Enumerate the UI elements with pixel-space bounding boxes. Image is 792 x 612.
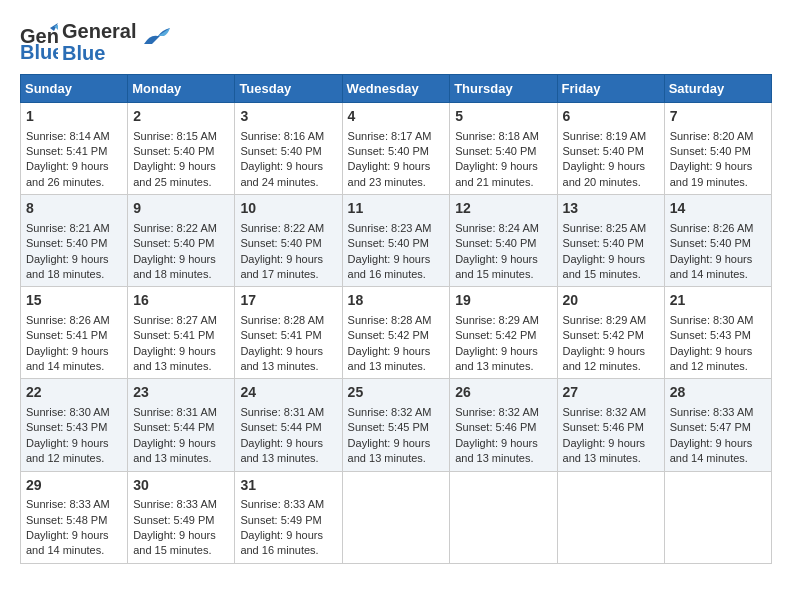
calendar-cell (557, 471, 664, 563)
sunrise-label: Sunrise: 8:22 AM (133, 222, 217, 234)
sunset-label: Sunset: 5:40 PM (563, 145, 644, 157)
calendar-cell: 12 Sunrise: 8:24 AM Sunset: 5:40 PM Dayl… (450, 195, 557, 287)
sunrise-label: Sunrise: 8:25 AM (563, 222, 647, 234)
sunrise-label: Sunrise: 8:19 AM (563, 130, 647, 142)
calendar-header-row: SundayMondayTuesdayWednesdayThursdayFrid… (21, 75, 772, 103)
sunset-label: Sunset: 5:40 PM (133, 145, 214, 157)
sunset-label: Sunset: 5:40 PM (670, 237, 751, 249)
sunrise-label: Sunrise: 8:30 AM (26, 406, 110, 418)
logo-general: General (62, 20, 136, 42)
day-number: 13 (563, 199, 659, 219)
sunrise-label: Sunrise: 8:27 AM (133, 314, 217, 326)
calendar-cell: 9 Sunrise: 8:22 AM Sunset: 5:40 PM Dayli… (128, 195, 235, 287)
daylight-label: Daylight: 9 hours and 14 minutes. (26, 345, 109, 372)
sunrise-label: Sunrise: 8:15 AM (133, 130, 217, 142)
day-number: 9 (133, 199, 229, 219)
sunset-label: Sunset: 5:42 PM (455, 329, 536, 341)
sunset-label: Sunset: 5:48 PM (26, 514, 107, 526)
calendar-cell: 24 Sunrise: 8:31 AM Sunset: 5:44 PM Dayl… (235, 379, 342, 471)
calendar-cell: 3 Sunrise: 8:16 AM Sunset: 5:40 PM Dayli… (235, 103, 342, 195)
day-number: 4 (348, 107, 445, 127)
sunset-label: Sunset: 5:43 PM (670, 329, 751, 341)
calendar-cell: 27 Sunrise: 8:32 AM Sunset: 5:46 PM Dayl… (557, 379, 664, 471)
calendar-cell (664, 471, 771, 563)
sunset-label: Sunset: 5:40 PM (455, 145, 536, 157)
day-number: 24 (240, 383, 336, 403)
daylight-label: Daylight: 9 hours and 18 minutes. (133, 253, 216, 280)
daylight-label: Daylight: 9 hours and 17 minutes. (240, 253, 323, 280)
sunset-label: Sunset: 5:42 PM (348, 329, 429, 341)
day-header-sunday: Sunday (21, 75, 128, 103)
day-number: 12 (455, 199, 551, 219)
daylight-label: Daylight: 9 hours and 12 minutes. (670, 345, 753, 372)
day-header-thursday: Thursday (450, 75, 557, 103)
sunrise-label: Sunrise: 8:26 AM (26, 314, 110, 326)
logo: General Blue General Blue (20, 20, 170, 64)
day-number: 16 (133, 291, 229, 311)
daylight-label: Daylight: 9 hours and 14 minutes. (670, 253, 753, 280)
sunset-label: Sunset: 5:40 PM (455, 237, 536, 249)
sunset-label: Sunset: 5:43 PM (26, 421, 107, 433)
svg-text:Blue: Blue (20, 41, 58, 61)
day-number: 25 (348, 383, 445, 403)
day-number: 17 (240, 291, 336, 311)
daylight-label: Daylight: 9 hours and 26 minutes. (26, 160, 109, 187)
daylight-label: Daylight: 9 hours and 19 minutes. (670, 160, 753, 187)
sunset-label: Sunset: 5:40 PM (133, 237, 214, 249)
calendar-cell (450, 471, 557, 563)
calendar-cell: 18 Sunrise: 8:28 AM Sunset: 5:42 PM Dayl… (342, 287, 450, 379)
sunrise-label: Sunrise: 8:28 AM (348, 314, 432, 326)
sunset-label: Sunset: 5:41 PM (26, 329, 107, 341)
calendar-week-2: 8 Sunrise: 8:21 AM Sunset: 5:40 PM Dayli… (21, 195, 772, 287)
calendar-cell: 23 Sunrise: 8:31 AM Sunset: 5:44 PM Dayl… (128, 379, 235, 471)
daylight-label: Daylight: 9 hours and 13 minutes. (563, 437, 646, 464)
daylight-label: Daylight: 9 hours and 13 minutes. (455, 437, 538, 464)
sunrise-label: Sunrise: 8:30 AM (670, 314, 754, 326)
sunrise-label: Sunrise: 8:21 AM (26, 222, 110, 234)
calendar-cell: 14 Sunrise: 8:26 AM Sunset: 5:40 PM Dayl… (664, 195, 771, 287)
sunrise-label: Sunrise: 8:16 AM (240, 130, 324, 142)
sunrise-label: Sunrise: 8:31 AM (133, 406, 217, 418)
daylight-label: Daylight: 9 hours and 14 minutes. (670, 437, 753, 464)
sunrise-label: Sunrise: 8:32 AM (348, 406, 432, 418)
calendar-cell: 22 Sunrise: 8:30 AM Sunset: 5:43 PM Dayl… (21, 379, 128, 471)
sunrise-label: Sunrise: 8:32 AM (455, 406, 539, 418)
calendar-cell: 7 Sunrise: 8:20 AM Sunset: 5:40 PM Dayli… (664, 103, 771, 195)
sunset-label: Sunset: 5:44 PM (133, 421, 214, 433)
calendar-cell: 26 Sunrise: 8:32 AM Sunset: 5:46 PM Dayl… (450, 379, 557, 471)
daylight-label: Daylight: 9 hours and 13 minutes. (348, 345, 431, 372)
day-number: 14 (670, 199, 766, 219)
sunset-label: Sunset: 5:40 PM (240, 237, 321, 249)
day-number: 18 (348, 291, 445, 311)
sunrise-label: Sunrise: 8:17 AM (348, 130, 432, 142)
calendar-cell: 30 Sunrise: 8:33 AM Sunset: 5:49 PM Dayl… (128, 471, 235, 563)
calendar-week-5: 29 Sunrise: 8:33 AM Sunset: 5:48 PM Dayl… (21, 471, 772, 563)
day-number: 1 (26, 107, 122, 127)
sunset-label: Sunset: 5:40 PM (348, 145, 429, 157)
day-number: 30 (133, 476, 229, 496)
daylight-label: Daylight: 9 hours and 20 minutes. (563, 160, 646, 187)
sunrise-label: Sunrise: 8:18 AM (455, 130, 539, 142)
daylight-label: Daylight: 9 hours and 13 minutes. (133, 437, 216, 464)
sunrise-label: Sunrise: 8:24 AM (455, 222, 539, 234)
calendar-cell: 28 Sunrise: 8:33 AM Sunset: 5:47 PM Dayl… (664, 379, 771, 471)
day-header-friday: Friday (557, 75, 664, 103)
sunrise-label: Sunrise: 8:31 AM (240, 406, 324, 418)
sunset-label: Sunset: 5:40 PM (563, 237, 644, 249)
sunset-label: Sunset: 5:41 PM (240, 329, 321, 341)
day-header-monday: Monday (128, 75, 235, 103)
sunset-label: Sunset: 5:44 PM (240, 421, 321, 433)
calendar-cell: 6 Sunrise: 8:19 AM Sunset: 5:40 PM Dayli… (557, 103, 664, 195)
sunset-label: Sunset: 5:46 PM (563, 421, 644, 433)
sunrise-label: Sunrise: 8:33 AM (670, 406, 754, 418)
calendar-cell: 17 Sunrise: 8:28 AM Sunset: 5:41 PM Dayl… (235, 287, 342, 379)
sunrise-label: Sunrise: 8:32 AM (563, 406, 647, 418)
day-number: 6 (563, 107, 659, 127)
sunset-label: Sunset: 5:40 PM (348, 237, 429, 249)
calendar-cell (342, 471, 450, 563)
sunset-label: Sunset: 5:41 PM (133, 329, 214, 341)
sunset-label: Sunset: 5:47 PM (670, 421, 751, 433)
sunrise-label: Sunrise: 8:33 AM (240, 498, 324, 510)
calendar-cell: 19 Sunrise: 8:29 AM Sunset: 5:42 PM Dayl… (450, 287, 557, 379)
calendar-cell: 1 Sunrise: 8:14 AM Sunset: 5:41 PM Dayli… (21, 103, 128, 195)
